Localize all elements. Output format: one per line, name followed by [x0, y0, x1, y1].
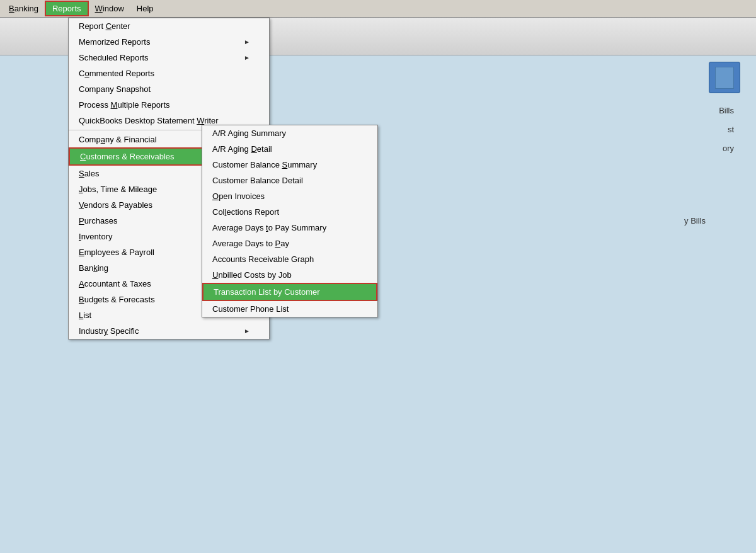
ar-aging-detail-label: A/R Aging Detail: [212, 144, 272, 154]
submenu-customer-balance-summary[interactable]: Customer Balance Summary: [202, 157, 377, 173]
banking-sub-label: Banking: [79, 263, 108, 273]
menu-item-report-center[interactable]: Report Center: [69, 18, 269, 34]
memorized-reports-label: Memorized Reports: [79, 37, 150, 47]
submenu-ar-aging-detail[interactable]: A/R Aging Detail: [202, 141, 377, 157]
menu-item-commented-reports[interactable]: Commented Reports: [69, 66, 269, 81]
submenu-avg-days-pay[interactable]: Average Days to Pay: [202, 236, 377, 251]
menu-item-memorized-reports[interactable]: Memorized Reports ►: [69, 34, 269, 50]
submenu-collections-report[interactable]: Collections Report: [202, 204, 377, 220]
process-multiple-label: Process Multiple Reports: [79, 100, 170, 110]
scheduled-reports-arrow: ►: [244, 54, 250, 61]
inventory-label: Inventory: [79, 232, 113, 241]
unbilled-costs-label: Unbilled Costs by Job: [212, 270, 292, 280]
submenu-unbilled-costs[interactable]: Unbilled Costs by Job: [202, 267, 377, 283]
jobs-time-label: Jobs, Time & Mileage: [79, 185, 157, 194]
industry-specific-label: Industry Specific: [79, 326, 139, 336]
menu-item-industry-specific[interactable]: Industry Specific ►: [69, 323, 269, 339]
submenu-ar-graph[interactable]: Accounts Receivable Graph: [202, 251, 377, 267]
menu-item-scheduled-reports[interactable]: Scheduled Reports ►: [69, 50, 269, 66]
transaction-list-customer-label: Transaction List by Customer: [214, 287, 320, 297]
employees-payroll-label: Employees & Payroll: [79, 248, 154, 257]
scheduled-reports-label: Scheduled Reports: [79, 53, 149, 62]
company-financial-label: Company & Financial: [79, 135, 157, 144]
help-label: Help: [137, 4, 154, 13]
customer-balance-summary-label: Customer Balance Summary: [212, 160, 317, 169]
menu-item-company-snapshot[interactable]: Company Snapshot: [69, 81, 269, 97]
qb-statement-label: QuickBooks Desktop Statement Writer: [79, 116, 219, 125]
menu-help[interactable]: Help: [130, 2, 160, 15]
submenu-customer-phone-list[interactable]: Customer Phone List: [202, 301, 377, 317]
avg-days-pay-summary-label: Average Days to Pay Summary: [212, 223, 326, 232]
submenu-avg-days-pay-summary[interactable]: Average Days to Pay Summary: [202, 220, 377, 236]
collections-report-label: Collections Report: [212, 207, 279, 217]
submenu-transaction-list-customer[interactable]: Transaction List by Customer: [202, 283, 377, 301]
company-snapshot-label: Company Snapshot: [79, 84, 151, 94]
commented-reports-label: Commented Reports: [79, 69, 154, 78]
submenu-customer-balance-detail[interactable]: Customer Balance Detail: [202, 173, 377, 188]
bg-icon: [715, 67, 734, 89]
reports-label: Reports: [52, 4, 81, 13]
sales-label: Sales: [79, 169, 100, 178]
vendors-payables-label: Vendors & Payables: [79, 200, 152, 210]
window-underline: W: [95, 4, 103, 13]
bg-text-ybills: y Bills: [684, 216, 706, 225]
bg-text-st: st: [728, 125, 734, 134]
bg-text-bills: Bills: [719, 106, 734, 115]
ar-graph-label: Accounts Receivable Graph: [212, 254, 314, 264]
menu-reports[interactable]: Reports: [45, 1, 89, 16]
menu-window[interactable]: Window: [89, 2, 130, 15]
bg-text-ory: ory: [723, 144, 734, 153]
bg-icon-area: [709, 62, 740, 93]
menu-item-process-multiple[interactable]: Process Multiple Reports: [69, 97, 269, 113]
customers-receivables-label: Customers & Receivables: [80, 152, 175, 161]
submenu-ar-aging-summary[interactable]: A/R Aging Summary: [202, 125, 377, 141]
open-invoices-label: Open Invoices: [212, 191, 265, 201]
banking-underline: B: [9, 4, 14, 13]
list-label: List: [79, 311, 91, 320]
submenu-open-invoices[interactable]: Open Invoices: [202, 188, 377, 204]
customers-receivables-submenu: A/R Aging Summary A/R Aging Detail Custo…: [202, 125, 378, 317]
industry-specific-arrow: ►: [244, 328, 250, 334]
menu-bar: Banking Reports Window Help: [0, 0, 756, 18]
purchases-label: Purchases: [79, 216, 117, 225]
menu-banking[interactable]: Banking: [3, 2, 45, 15]
accountant-taxes-label: Accountant & Taxes: [79, 279, 151, 288]
ar-aging-summary-label: A/R Aging Summary: [212, 128, 286, 138]
customer-phone-list-label: Customer Phone List: [212, 304, 289, 314]
budgets-forecasts-label: Budgets & Forecasts: [79, 295, 155, 304]
avg-days-pay-label: Average Days to Pay: [212, 239, 289, 248]
memorized-reports-arrow: ►: [244, 38, 250, 45]
report-center-label: Report Center: [79, 21, 130, 31]
customer-balance-detail-label: Customer Balance Detail: [212, 176, 303, 185]
